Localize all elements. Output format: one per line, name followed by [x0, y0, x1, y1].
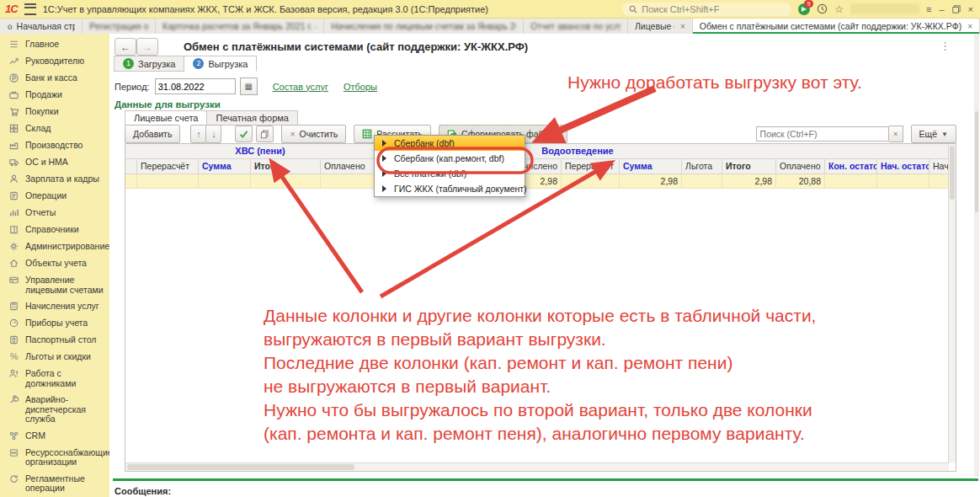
- sidebar-item-routine[interactable]: Регламентные операции: [0, 471, 109, 497]
- table-cell-2[interactable]: [199, 174, 251, 188]
- dropdown-item-0[interactable]: Сбербанк (dbf): [375, 136, 525, 151]
- taskbar-icon[interactable]: ≡: [926, 4, 931, 14]
- favorites-star-icon[interactable]: ☆: [834, 4, 844, 14]
- sidebar-item-label: Операции: [25, 191, 67, 201]
- sidebar-item-charges[interactable]: Начисления услуг: [0, 298, 109, 315]
- tab-vygruzka[interactable]: 2 Выгрузка: [184, 56, 257, 72]
- global-search-input[interactable]: Поиск Ctrl+Shift+F: [622, 3, 791, 16]
- period-input[interactable]: [155, 78, 236, 94]
- forward-button[interactable]: →: [136, 38, 158, 56]
- form-scrollbar[interactable]: [974, 34, 979, 477]
- services-link[interactable]: Состав услуг: [273, 82, 328, 92]
- sidebar-item-meter[interactable]: Приборы учета: [0, 315, 109, 332]
- copy-icon[interactable]: [256, 126, 274, 142]
- dropdown-item-3[interactable]: ГИС ЖКХ (табличный документ): [375, 181, 525, 196]
- column-header-3[interactable]: Итого: [251, 159, 321, 174]
- filters-link[interactable]: Отборы: [344, 82, 377, 92]
- main-menu-icon[interactable]: [24, 3, 36, 15]
- column-header-0[interactable]: [125, 159, 137, 174]
- tab-zagruzka[interactable]: 1 Загрузка: [114, 56, 184, 72]
- close-tab-icon[interactable]: ×: [680, 22, 685, 31]
- sidebar-item-objects[interactable]: Объекты учета: [0, 255, 109, 272]
- notifications-icon[interactable]: 9: [798, 3, 810, 15]
- sidebar-item-crm[interactable]: CRM: [0, 428, 109, 445]
- sidebar-item-production[interactable]: Производство: [0, 137, 109, 154]
- table-cell-3[interactable]: [251, 174, 321, 188]
- close-window-icon[interactable]: ×: [968, 4, 973, 14]
- back-button[interactable]: ←: [115, 38, 136, 56]
- table-cell-11[interactable]: 20,88: [776, 174, 825, 188]
- window-tab-3[interactable]: Начисления по лицевым счетам за Январь 2…: [324, 19, 524, 34]
- tab-accounts[interactable]: Лицевые счета: [125, 110, 207, 126]
- table-cell-8[interactable]: 2,98: [620, 174, 682, 188]
- sidebar-item-label: Покупки: [25, 107, 59, 117]
- sidebar-item-assets[interactable]: ОС и НМА: [0, 154, 109, 171]
- table-cell-1[interactable]: [137, 174, 199, 188]
- close-tab-icon[interactable]: ×: [967, 22, 972, 31]
- sidebar-item-sales[interactable]: Продажи: [0, 87, 109, 104]
- window-tab-label: Обмен с платёжными системами (сайт подде…: [700, 21, 961, 31]
- sidebar-item-debtors[interactable]: Работа с должниками: [0, 366, 109, 392]
- table-cell-9[interactable]: [682, 174, 722, 188]
- window-tab-1[interactable]: Регистрация оплаты: [83, 19, 156, 34]
- table-cell-0[interactable]: [125, 174, 137, 188]
- clear-button[interactable]: × Очистить: [281, 125, 346, 143]
- window-tab-2[interactable]: Карточка расчетов за Январь 2021 г. - Де…: [156, 19, 324, 34]
- more-button[interactable]: Ещё ▼: [911, 125, 956, 143]
- add-button[interactable]: Добавить: [125, 125, 180, 143]
- column-header-4[interactable]: Оплачено: [321, 159, 375, 174]
- table-cell-7[interactable]: [562, 174, 620, 188]
- minimize-icon[interactable]: –: [939, 4, 944, 14]
- tab-print-form[interactable]: Печатная форма: [207, 110, 297, 126]
- column-header-13[interactable]: Нач. остаток: [877, 159, 929, 174]
- table-header-row: ПерерасчётСуммаИтогоОплаченоЛьготаНачисл…: [125, 159, 956, 174]
- window-tab-4[interactable]: Отчет авансов по услугам ЖКХ: [524, 19, 628, 34]
- column-header-7[interactable]: Перерасчёт: [562, 159, 620, 174]
- sidebar-item-resources[interactable]: Ресурсоснабжающие организации: [0, 445, 109, 471]
- window-tab-5[interactable]: Лицевые счета×: [628, 19, 693, 34]
- move-down-icon[interactable]: ↓: [205, 125, 221, 143]
- calendar-icon[interactable]: ▦: [240, 77, 258, 95]
- sidebar-item-accounts[interactable]: Управление лицевыми счетами: [0, 272, 109, 298]
- dropdown-item-1[interactable]: Сбербанк (кап.ремонт, dbf): [375, 151, 525, 166]
- table-cell-12[interactable]: [825, 174, 877, 188]
- check-mark-icon[interactable]: [235, 126, 253, 142]
- table-horizontal-scrollbar[interactable]: [125, 462, 949, 471]
- sidebar-item-cart[interactable]: Покупки: [0, 104, 109, 120]
- accounts-icon: [8, 275, 19, 286]
- period-row: Период: ▦ Состав услуг Отборы: [115, 77, 377, 95]
- sidebar-item-person[interactable]: Зарплата и кадры: [0, 171, 109, 188]
- table-vertical-scrollbar[interactable]: [948, 144, 956, 463]
- move-up-icon[interactable]: ↑: [190, 125, 206, 143]
- column-header-1[interactable]: Перерасчёт: [137, 159, 199, 174]
- restore-icon[interactable]: [952, 5, 961, 13]
- sidebar-item-operations[interactable]: Операции: [0, 188, 109, 205]
- table-cell-10[interactable]: 2,98: [722, 174, 776, 188]
- sidebar-item-catalog[interactable]: Справочники: [0, 222, 109, 238]
- dropdown-item-2[interactable]: Все платежи (dbf): [375, 166, 525, 181]
- sidebar-item-warehouse[interactable]: Склад: [0, 120, 109, 137]
- column-header-12[interactable]: Кон. остаток: [825, 159, 877, 174]
- table-row[interactable]: 2,982,982,9820,88: [125, 174, 956, 189]
- column-header-9[interactable]: Льгота: [682, 159, 722, 174]
- sidebar-item-passport[interactable]: Паспортный стол: [0, 332, 109, 349]
- sidebar-item-gear[interactable]: Администрирование: [0, 238, 109, 255]
- window-tab-0[interactable]: Начальная страница: [0, 19, 83, 34]
- clear-search-icon[interactable]: ×: [889, 126, 903, 142]
- window-tab-6[interactable]: Обмен с платёжными системами (сайт подде…: [693, 19, 980, 34]
- table-cell-13[interactable]: [877, 174, 929, 188]
- table-search-input[interactable]: [756, 126, 889, 142]
- column-header-11[interactable]: Оплачено: [776, 159, 825, 174]
- form-more-icon[interactable]: ⋮: [940, 40, 951, 52]
- sidebar-item-reports[interactable]: Отчеты: [0, 205, 109, 222]
- sidebar-item-chart-line[interactable]: Руководителю: [0, 53, 109, 70]
- column-header-2[interactable]: Сумма: [199, 159, 251, 174]
- sidebar-item-emergency[interactable]: Аварийно-диспетчерская служба: [0, 392, 109, 428]
- column-header-10[interactable]: Итого: [722, 159, 776, 174]
- sidebar-item-bank[interactable]: Банк и касса: [0, 70, 109, 87]
- sidebar-item-percent[interactable]: %Льготы и скидки: [0, 349, 109, 366]
- history-icon[interactable]: [817, 3, 828, 14]
- table-cell-4[interactable]: [321, 174, 375, 188]
- sidebar-item-menu[interactable]: Главное: [0, 36, 109, 53]
- column-header-8[interactable]: Сумма: [620, 159, 682, 174]
